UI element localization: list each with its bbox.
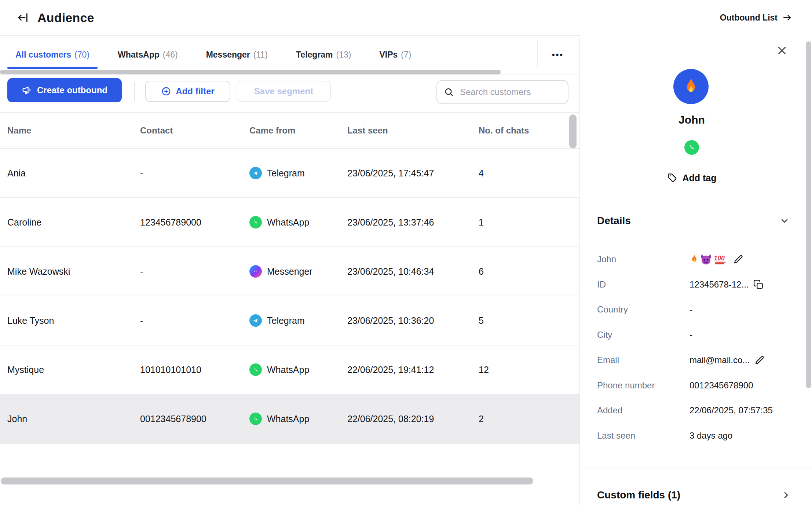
detail-row-country: Country -: [597, 303, 799, 316]
copy-icon[interactable]: [753, 279, 764, 290]
page-title: Audience: [37, 11, 94, 25]
whatsapp-icon: [249, 413, 262, 425]
column-header-name: Name: [7, 125, 140, 136]
chevron-right-icon: [780, 490, 791, 501]
tab-bar: All customers (70) WhatsApp (46) Messeng…: [0, 36, 579, 74]
tab-messenger[interactable]: Messenger (11): [198, 36, 276, 74]
fire-emoji: [682, 77, 700, 96]
search-box: [436, 80, 568, 104]
detail-row-last-seen: Last seen 3 days ago: [597, 429, 799, 442]
save-segment-button[interactable]: Save segment: [237, 81, 331, 102]
detail-row-id: ID 12345678-12...: [597, 278, 799, 291]
hundred-emoji: 100: [713, 254, 728, 265]
detail-row-phone: Phone number 0012345678900: [597, 379, 799, 392]
customer-name: John: [580, 114, 803, 126]
tag-icon: [667, 172, 678, 183]
edit-icon[interactable]: [754, 355, 765, 366]
telegram-icon: [249, 314, 262, 327]
close-button[interactable]: [775, 43, 789, 58]
megaphone-icon: [22, 85, 33, 96]
table-row[interactable]: Caroline 123456789000 WhatsApp 23/06/202…: [0, 198, 579, 247]
table-row[interactable]: Luke Tyson - Telegram 23/06/2025, 10:36:…: [0, 296, 579, 345]
tabs-divider: [537, 40, 538, 67]
table-vertical-scrollbar[interactable]: [569, 114, 577, 148]
chevron-down-icon[interactable]: [779, 215, 790, 226]
table-header: Name Contact Came from Last seen No. of …: [0, 113, 579, 149]
table-row[interactable]: Mystique 101010101010 WhatsApp 22/06/202…: [0, 345, 579, 395]
search-input[interactable]: [459, 87, 561, 98]
tab-vips[interactable]: VIPs (7): [371, 36, 419, 74]
toolbar: Create outbound Add filter Save segment: [0, 74, 579, 113]
panel-vertical-scrollbar[interactable]: [806, 41, 811, 388]
messenger-icon: [249, 265, 262, 278]
emoji-values: 100: [690, 254, 728, 265]
table-row[interactable]: Ania - Telegram 23/06/2025, 17:45:47 4: [0, 149, 579, 198]
close-icon: [776, 44, 788, 57]
avatar: [673, 69, 709, 104]
back-button[interactable]: [15, 10, 31, 26]
whatsapp-icon: [249, 216, 262, 228]
tabs-horizontal-scrollbar[interactable]: [0, 70, 501, 74]
customer-detail-panel: John Add tag Details John: [580, 35, 812, 505]
top-bar: Audience: [0, 0, 579, 36]
fire-emoji: [690, 254, 699, 265]
active-tab-indicator: [7, 67, 98, 69]
arrow-right-icon: [782, 12, 792, 23]
column-header-last-seen: Last seen: [347, 125, 479, 136]
detail-row-nickname: John: [597, 253, 799, 266]
details-title: Details: [597, 215, 631, 227]
svg-text:100: 100: [714, 255, 725, 262]
table-row[interactable]: Mike Wazowski - Messenger 23/06/2025, 10…: [0, 247, 579, 296]
detail-row-added: Added 22/06/2025, 07:57:35: [597, 404, 799, 417]
more-tabs-button[interactable]: •••: [546, 36, 569, 74]
custom-fields-section[interactable]: Custom fields (1): [597, 489, 791, 501]
tab-all-customers[interactable]: All customers (70): [7, 36, 98, 74]
main-area: Audience All customers (70) WhatsApp (46…: [0, 0, 579, 505]
telegram-icon: [249, 167, 262, 179]
collapse-left-icon: [16, 11, 29, 24]
tab-whatsapp[interactable]: WhatsApp (46): [110, 36, 186, 74]
tab-telegram[interactable]: Telegram (13): [288, 36, 359, 74]
create-outbound-button[interactable]: Create outbound: [7, 78, 122, 102]
add-filter-button[interactable]: Add filter: [145, 81, 230, 102]
detail-row-city: City -: [597, 328, 799, 341]
panel-divider: [579, 468, 812, 468]
table-horizontal-scrollbar[interactable]: [1, 477, 533, 484]
detail-row-email: Email mail@mail.co...: [597, 354, 799, 367]
audience-page: Audience All customers (70) WhatsApp (46…: [0, 0, 812, 505]
devil-emoji: [700, 254, 712, 265]
edit-icon[interactable]: [733, 254, 744, 265]
outbound-list-link[interactable]: Outbound List: [579, 0, 812, 35]
whatsapp-icon: [684, 140, 699, 155]
toolbar-divider: [134, 82, 135, 101]
search-icon: [444, 87, 454, 97]
column-header-no-of-chats: No. of chats: [479, 125, 579, 136]
add-tag-button[interactable]: Add tag: [580, 172, 803, 183]
plus-circle-icon: [161, 86, 171, 96]
column-header-contact: Contact: [140, 125, 249, 136]
whatsapp-icon: [249, 363, 262, 376]
column-header-came-from: Came from: [249, 125, 347, 136]
table-row-selected[interactable]: John 0012345678900 WhatsApp 22/06/2025, …: [0, 395, 579, 444]
